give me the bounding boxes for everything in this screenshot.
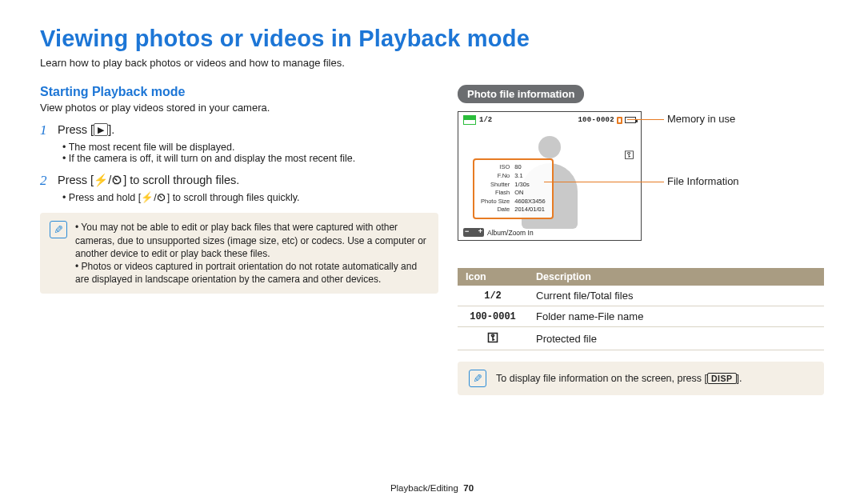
timer-icon: ⏲ xyxy=(157,192,167,203)
file-info-panel: ISO80 F.No3.1 Shutter1/30s FlashON Photo… xyxy=(473,158,554,219)
note-box: You may not be able to edit or play back… xyxy=(40,213,438,294)
table-header-icon: Icon xyxy=(458,268,528,286)
intro-text: Learn how to play back photos or videos … xyxy=(40,57,824,69)
panel-label: Photo file information xyxy=(458,85,584,103)
play-button-icon: ▶ xyxy=(94,123,108,136)
step1-bullets: The most recent file will be displayed. … xyxy=(40,142,438,164)
step1-suffix: ]. xyxy=(108,123,114,136)
step2-mid: ] to scroll through files. xyxy=(123,174,239,186)
tip-box: To display file information on the scree… xyxy=(458,362,824,395)
callout-memory: Memory in use xyxy=(667,113,735,125)
table-row: 100-0001 Folder name-File name xyxy=(458,306,824,327)
section-heading: Starting Playback mode xyxy=(40,85,438,99)
flash-icon: ⚡ xyxy=(141,192,154,203)
step-number: 2 xyxy=(40,174,51,189)
step-2: 2 Press [⚡/⏲] to scroll through files. xyxy=(40,174,438,189)
description-table: Icon Description 1/2 Current file/Total … xyxy=(458,268,824,350)
step-1: 1 Press [▶]. xyxy=(40,123,438,138)
camera-screen: 1/2 100-0002 ⚿ ISO80 F.No3.1 xyxy=(458,111,642,241)
table-row: 1/2 Current file/Total files xyxy=(458,286,824,306)
memory-card-icon xyxy=(617,117,622,124)
album-zoom-label: Album/Zoom In xyxy=(463,228,534,237)
timer-icon: ⏲ xyxy=(111,174,123,186)
section-lead: View photos or play videos stored in you… xyxy=(40,102,438,114)
table-row: ⚿ Protected file xyxy=(458,327,824,350)
thumbnail-icon xyxy=(463,115,476,125)
step1-prefix: Press [ xyxy=(58,123,94,136)
protected-key-icon: ⚿ xyxy=(624,149,634,161)
page-title: Viewing photos or videos in Playback mod… xyxy=(40,26,824,52)
camera-screen-mockup: 1/2 100-0002 ⚿ ISO80 F.No3.1 xyxy=(458,111,794,265)
flash-icon: ⚡ xyxy=(94,174,108,186)
note-icon xyxy=(469,370,486,387)
file-counter: 1/2 xyxy=(479,116,492,124)
callout-fileinfo: File Information xyxy=(667,175,739,187)
left-column: Starting Playback mode View photos or pl… xyxy=(40,85,438,395)
page-footer: Playback/Editing 70 xyxy=(0,483,864,493)
protected-key-icon: ⚿ xyxy=(487,332,499,346)
disp-button-icon: DISP xyxy=(707,373,737,384)
callout-line xyxy=(544,182,664,182)
zoom-lever-icon xyxy=(463,228,484,237)
callout-line xyxy=(627,119,664,120)
step2-prefix: Press [ xyxy=(58,174,94,186)
note-icon xyxy=(50,221,67,238)
step2-bullets: Press and hold [⚡/⏲] to scroll through f… xyxy=(40,191,438,203)
table-header-desc: Description xyxy=(528,268,824,286)
right-column: Photo file information 1/2 100-0002 ⚿ xyxy=(458,85,824,395)
step-number: 1 xyxy=(40,123,51,138)
folder-file-name: 100-0002 xyxy=(578,116,614,124)
